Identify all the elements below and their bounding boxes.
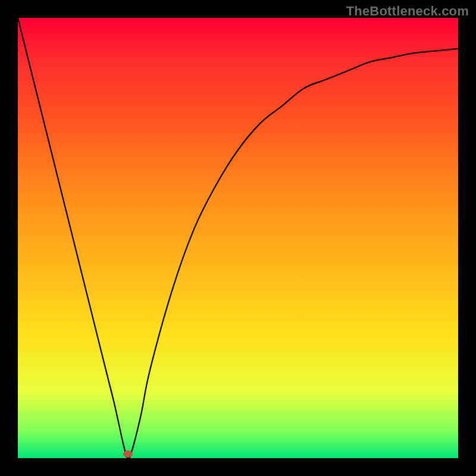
watermark-text: TheBottleneck.com bbox=[346, 4, 469, 19]
plot-area bbox=[18, 18, 458, 458]
bottleneck-curve bbox=[18, 18, 458, 458]
chart-frame: TheBottleneck.com bbox=[0, 0, 476, 476]
optimal-point-marker bbox=[123, 450, 133, 458]
